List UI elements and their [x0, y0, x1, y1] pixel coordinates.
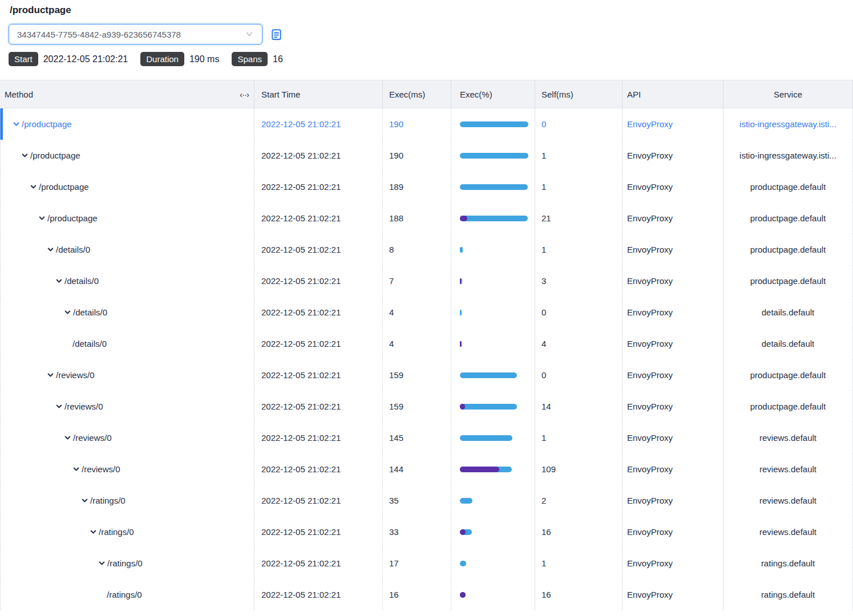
span-service: ratings.default — [723, 579, 853, 610]
chevron-down-icon[interactable] — [30, 183, 37, 191]
span-self-ms: 16 — [535, 579, 622, 610]
trace-id-select[interactable]: 34347445-7755-4842-a939-623656745378 — [9, 24, 262, 44]
span-exec-pct — [451, 234, 535, 265]
span-exec-ms: 145 — [382, 422, 451, 453]
span-api: EnvoyProxy — [622, 359, 723, 391]
trace-span-row[interactable]: /productpage 2022-12-05 21:02:21 188 21 … — [0, 202, 853, 234]
chevron-down-icon[interactable] — [55, 277, 63, 285]
chevron-down-icon[interactable] — [47, 246, 54, 253]
span-self-ms: 1 — [535, 548, 622, 579]
span-api-text: EnvoyProxy — [627, 151, 673, 160]
span-start-time-text: 2022-12-05 21:02:21 — [261, 590, 341, 599]
spans-value: 16 — [273, 54, 283, 64]
span-self-ms: 3 — [535, 265, 622, 297]
trace-span-row[interactable]: /productpage 2022-12-05 21:02:21 189 1 E… — [0, 171, 853, 202]
span-api-text: EnvoyProxy — [627, 433, 673, 443]
exec-percent-bar — [460, 184, 528, 190]
span-api-text: EnvoyProxy — [627, 182, 673, 192]
span-self-ms: 0 — [535, 108, 622, 140]
self-bar-segment — [460, 278, 461, 284]
span-start-time-text: 2022-12-05 21:02:21 — [261, 558, 341, 568]
span-exec-ms: 4 — [382, 297, 451, 328]
span-exec-ms-text: 190 — [389, 119, 403, 129]
span-service: productpage.default — [723, 359, 853, 391]
span-start-time: 2022-12-05 21:02:21 — [254, 579, 382, 610]
method-cell: /ratings/0 — [0, 485, 254, 516]
chevron-down-icon[interactable] — [55, 403, 63, 410]
exec-percent-bar — [460, 529, 528, 535]
chevron-down-icon[interactable] — [47, 371, 54, 379]
trace-span-row[interactable]: /reviews/0 2022-12-05 21:02:21 144 109 E… — [0, 453, 853, 485]
trace-span-row[interactable]: /ratings/0 2022-12-05 21:02:21 33 16 Env… — [0, 516, 853, 548]
span-self-ms-text: 4 — [541, 339, 546, 348]
start-badge: Start — [9, 52, 38, 66]
span-service: reviews.default — [723, 422, 853, 453]
span-start-time: 2022-12-05 21:02:21 — [254, 516, 382, 548]
exec-bar-segment — [460, 404, 517, 410]
span-start-time: 2022-12-05 21:02:21 — [254, 359, 382, 391]
trace-span-row[interactable]: /reviews/0 2022-12-05 21:02:21 145 1 Env… — [0, 422, 853, 453]
span-exec-pct — [451, 579, 535, 610]
span-exec-ms: 159 — [382, 359, 451, 391]
span-service-text: reviews.default — [759, 496, 816, 505]
span-self-ms: 1 — [535, 422, 622, 453]
chevron-down-icon[interactable] — [21, 152, 29, 159]
trace-span-row[interactable]: /details/0 2022-12-05 21:02:21 4 0 Envoy… — [0, 297, 853, 328]
chevron-down-icon[interactable] — [13, 120, 20, 128]
duration-badge: Duration — [140, 52, 184, 66]
table-header-row: Method ‹··› Start Time Exec(ms) Exec(%) … — [0, 80, 853, 108]
copy-trace-id-button[interactable] — [270, 28, 283, 41]
method-cell: /productpage — [0, 140, 254, 171]
trace-span-row[interactable]: /details/0 2022-12-05 21:02:21 7 3 Envoy… — [0, 265, 853, 297]
chevron-down-icon[interactable] — [72, 465, 80, 473]
horizontal-resize-icon[interactable]: ‹··› — [240, 90, 249, 99]
chevron-down-icon[interactable] — [81, 497, 88, 504]
span-self-ms-text: 0 — [541, 119, 546, 129]
trace-span-row[interactable]: /ratings/0 2022-12-05 21:02:21 17 1 Envo… — [0, 548, 853, 579]
chevron-down-icon[interactable] — [38, 214, 46, 222]
trace-span-row[interactable]: /details/0 2022-12-05 21:02:21 4 4 Envoy… — [0, 328, 853, 359]
span-start-time: 2022-12-05 21:02:21 — [254, 548, 382, 579]
trace-span-row[interactable]: /details/0 2022-12-05 21:02:21 8 1 Envoy… — [0, 234, 853, 265]
trace-span-row[interactable]: /reviews/0 2022-12-05 21:02:21 159 14 En… — [0, 391, 853, 422]
span-exec-ms-text: 190 — [389, 151, 403, 160]
method-cell: /reviews/0 — [0, 391, 254, 422]
span-exec-ms: 188 — [382, 202, 451, 234]
trace-span-row[interactable]: /ratings/0 2022-12-05 21:02:21 16 16 Env… — [0, 579, 853, 610]
chevron-down-icon[interactable] — [64, 434, 71, 441]
trace-span-row[interactable]: /productpage 2022-12-05 21:02:21 190 1 E… — [0, 140, 853, 171]
span-exec-pct — [451, 108, 535, 140]
span-api: EnvoyProxy — [622, 422, 723, 453]
span-self-ms-text: 109 — [541, 464, 556, 474]
column-header-self-ms: Self(ms) — [535, 80, 622, 108]
span-method: /ratings/0 — [99, 527, 134, 537]
span-method: /details/0 — [56, 245, 90, 254]
span-exec-ms: 7 — [382, 265, 451, 297]
span-start-time-text: 2022-12-05 21:02:21 — [261, 182, 341, 192]
span-api-text: EnvoyProxy — [627, 590, 673, 599]
trace-span-row[interactable]: /ratings/0 2022-12-05 21:02:21 35 2 Envo… — [0, 485, 853, 516]
span-self-ms: 109 — [535, 453, 622, 485]
trace-span-row[interactable]: /reviews/0 2022-12-05 21:02:21 159 0 Env… — [0, 359, 853, 391]
column-header-start-time: Start Time — [254, 80, 382, 108]
span-service-text: reviews.default — [759, 464, 816, 474]
span-service-text: istio-ingressgateway.isti... — [739, 151, 836, 160]
method-cell: /details/0 — [0, 265, 254, 297]
span-method: /ratings/0 — [107, 590, 142, 599]
chevron-down-icon[interactable] — [64, 309, 71, 316]
span-start-time: 2022-12-05 21:02:21 — [254, 422, 382, 453]
chevron-down-icon[interactable] — [98, 560, 106, 567]
span-service: reviews.default — [723, 516, 853, 548]
span-self-ms-text: 0 — [541, 370, 546, 380]
span-start-time-text: 2022-12-05 21:02:21 — [261, 496, 341, 505]
trace-span-row[interactable]: /productpage 2022-12-05 21:02:21 190 0 E… — [0, 108, 853, 140]
span-service: details.default — [723, 328, 853, 359]
span-start-time: 2022-12-05 21:02:21 — [254, 202, 382, 234]
span-api-text: EnvoyProxy — [627, 527, 673, 537]
span-start-time-text: 2022-12-05 21:02:21 — [261, 433, 341, 443]
span-method: /productpage — [39, 182, 89, 192]
column-header-api: API — [622, 80, 723, 108]
chevron-down-icon[interactable] — [90, 528, 97, 536]
span-api: EnvoyProxy — [622, 171, 723, 202]
span-start-time: 2022-12-05 21:02:21 — [254, 297, 382, 328]
